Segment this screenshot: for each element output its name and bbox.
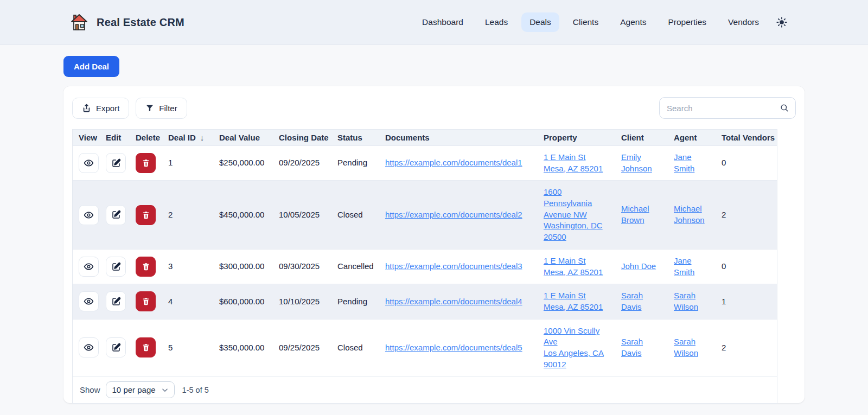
edit-cell bbox=[101, 319, 131, 376]
per-page-select[interactable]: 10 per page bbox=[106, 381, 175, 398]
delete-button[interactable] bbox=[136, 337, 156, 357]
client-link[interactable]: Sarah Davis bbox=[621, 290, 658, 312]
client-cell: Sarah Davis bbox=[617, 284, 669, 319]
filter-button[interactable]: Filter bbox=[136, 98, 187, 119]
closing-date-cell: 10/10/2025 bbox=[275, 284, 333, 319]
view-button[interactable] bbox=[79, 153, 99, 173]
documents-link[interactable]: https://example.com/documents/deal1 bbox=[385, 158, 522, 167]
column-header-view[interactable]: View bbox=[73, 130, 101, 146]
column-header-status[interactable]: Status bbox=[333, 130, 381, 146]
delete-cell bbox=[131, 284, 164, 319]
deal-value-cell: $600,000.00 bbox=[215, 284, 275, 319]
eye-icon bbox=[84, 158, 94, 168]
trash-icon bbox=[142, 210, 150, 220]
column-header-edit[interactable]: Edit bbox=[101, 130, 131, 146]
agent-link[interactable]: Michael Johnson bbox=[674, 203, 704, 226]
agent-cell: Jane Smith bbox=[669, 146, 717, 181]
column-header-client[interactable]: Client bbox=[617, 130, 669, 146]
column-header-property[interactable]: Property bbox=[539, 130, 617, 146]
documents-cell: https://example.com/documents/deal1 bbox=[381, 146, 539, 181]
export-button[interactable]: Export bbox=[72, 98, 129, 119]
column-header-deal-value[interactable]: Deal Value bbox=[215, 130, 275, 146]
agent-link[interactable]: Jane Smith bbox=[674, 256, 704, 278]
edit-button[interactable] bbox=[106, 257, 126, 277]
view-button[interactable] bbox=[79, 291, 99, 311]
client-link[interactable]: Emily Johnson bbox=[621, 152, 658, 174]
column-header-closing-date[interactable]: Closing Date bbox=[275, 130, 333, 146]
trash-icon bbox=[142, 297, 150, 306]
nav-item-agents[interactable]: Agents bbox=[612, 12, 654, 32]
property-link[interactable]: 1600 Pennsylvania Avenue NWWashington, D… bbox=[544, 187, 610, 242]
nav-item-deals[interactable]: Deals bbox=[521, 12, 559, 32]
edit-button[interactable] bbox=[106, 205, 126, 225]
edit-pencil-icon bbox=[111, 210, 121, 220]
deal-value-cell: $300,000.00 bbox=[215, 249, 275, 284]
property-cell: 1 E Main StMesa, AZ 85201 bbox=[539, 249, 617, 284]
agent-link[interactable]: Jane Smith bbox=[674, 152, 704, 174]
documents-cell: https://example.com/documents/deal4 bbox=[381, 284, 539, 319]
nav-item-vendors[interactable]: Vendors bbox=[720, 12, 767, 32]
deal-value-cell: $250,000.00 bbox=[215, 146, 275, 181]
closing-date-cell: 09/30/2025 bbox=[275, 249, 333, 284]
view-button[interactable] bbox=[79, 257, 99, 277]
client-link[interactable]: John Doe bbox=[621, 261, 656, 272]
nav-item-leads[interactable]: Leads bbox=[477, 12, 516, 32]
client-link[interactable]: Sarah Davis bbox=[621, 336, 658, 359]
nav-item-clients[interactable]: Clients bbox=[565, 12, 607, 32]
edit-cell bbox=[101, 146, 131, 181]
edit-pencil-icon bbox=[111, 262, 121, 272]
delete-button[interactable] bbox=[136, 291, 156, 311]
status-cell: Pending bbox=[333, 284, 381, 319]
edit-button[interactable] bbox=[106, 153, 126, 173]
search-input[interactable] bbox=[659, 97, 796, 119]
agent-link[interactable]: Sarah Wilson bbox=[674, 336, 704, 359]
table-head: ViewEditDeleteDeal ID↓Deal ValueClosing … bbox=[73, 130, 777, 146]
nav-item-dashboard[interactable]: Dashboard bbox=[414, 12, 471, 32]
deal-id-cell: 1 bbox=[164, 146, 215, 181]
closing-date-cell: 09/25/2025 bbox=[275, 319, 333, 376]
column-header-delete[interactable]: Delete bbox=[131, 130, 164, 146]
deal-id-cell: 3 bbox=[164, 249, 215, 284]
deal-row-2: 2$450,000.0010/05/2025Closedhttps://exam… bbox=[73, 181, 777, 249]
chevron-down-icon bbox=[161, 386, 169, 394]
delete-button[interactable] bbox=[136, 153, 156, 173]
column-header-total-vendors[interactable]: Total Vendors bbox=[717, 130, 777, 146]
export-icon bbox=[82, 104, 91, 113]
property-link[interactable]: 1000 Vin Scully AveLos Angeles, CA 90012 bbox=[544, 325, 610, 371]
documents-link[interactable]: https://example.com/documents/deal4 bbox=[385, 297, 522, 306]
documents-link[interactable]: https://example.com/documents/deal3 bbox=[385, 261, 522, 271]
documents-link[interactable]: https://example.com/documents/deal2 bbox=[385, 210, 522, 219]
documents-cell: https://example.com/documents/deal2 bbox=[381, 181, 539, 249]
column-header-deal-id[interactable]: Deal ID↓ bbox=[164, 130, 215, 146]
show-label: Show bbox=[80, 385, 100, 394]
column-header-agent[interactable]: Agent bbox=[669, 130, 717, 146]
property-link[interactable]: 1 E Main StMesa, AZ 85201 bbox=[544, 152, 603, 174]
view-button[interactable] bbox=[79, 205, 99, 225]
edit-cell bbox=[101, 181, 131, 249]
property-link[interactable]: 1 E Main StMesa, AZ 85201 bbox=[544, 256, 603, 278]
trash-icon bbox=[142, 158, 150, 168]
client-link[interactable]: Michael Brown bbox=[621, 203, 658, 226]
edit-button[interactable] bbox=[106, 337, 126, 357]
agent-link[interactable]: Sarah Wilson bbox=[674, 290, 704, 312]
agent-cell: Michael Johnson bbox=[669, 181, 717, 249]
edit-button[interactable] bbox=[106, 291, 126, 311]
deals-card: Export Filter bbox=[63, 86, 805, 403]
deal-row-3: 3$300,000.0009/30/2025Cancelledhttps://e… bbox=[73, 249, 777, 284]
property-link[interactable]: 1 E Main StMesa, AZ 85201 bbox=[544, 290, 603, 312]
view-button[interactable] bbox=[79, 337, 99, 357]
delete-button[interactable] bbox=[136, 257, 156, 277]
search-box bbox=[659, 97, 796, 119]
theme-toggle-button[interactable] bbox=[776, 16, 788, 28]
search-icon bbox=[780, 103, 789, 115]
eye-icon bbox=[84, 210, 94, 220]
documents-link[interactable]: https://example.com/documents/deal5 bbox=[385, 343, 522, 352]
edit-pencil-icon bbox=[111, 158, 121, 168]
nav-item-properties[interactable]: Properties bbox=[660, 12, 714, 32]
delete-button[interactable] bbox=[136, 205, 156, 225]
add-deal-button[interactable]: Add Deal bbox=[63, 56, 119, 77]
column-header-documents[interactable]: Documents bbox=[381, 130, 539, 146]
edit-pencil-icon bbox=[111, 297, 121, 307]
property-cell: 1 E Main StMesa, AZ 85201 bbox=[539, 284, 617, 319]
client-cell: John Doe bbox=[617, 249, 669, 284]
